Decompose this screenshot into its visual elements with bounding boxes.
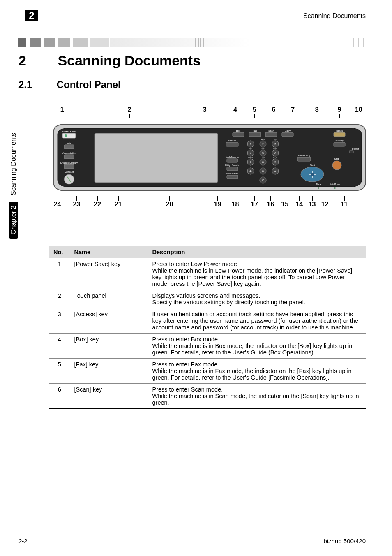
lbl-data: Data xyxy=(316,183,321,185)
svg-text:1: 1 xyxy=(250,143,251,146)
svg-rect-5 xyxy=(64,164,74,169)
cell-no: 4 xyxy=(49,334,70,359)
cell-desc: Press to enter Box mode.While the machin… xyxy=(148,334,366,359)
heading-2-text: Control Panel xyxy=(57,79,121,90)
svg-text:9: 9 xyxy=(274,161,276,164)
svg-point-2 xyxy=(65,134,67,137)
heading-2-number: 2.1 xyxy=(18,79,54,90)
cell-desc: Press to enter Low Power mode.While the … xyxy=(148,258,366,290)
callout-bottom-16: 16 xyxy=(264,201,277,208)
svg-text:✱: ✱ xyxy=(249,170,252,173)
btn-interrupt-label: Interrupt xyxy=(335,139,344,142)
svg-rect-14 xyxy=(349,151,353,153)
svg-rect-10 xyxy=(282,132,293,137)
callout-bottom-22: 22 xyxy=(88,201,107,208)
table-row: 1[Power Save] keyPress to enter Low Powe… xyxy=(49,258,366,290)
svg-text:5: 5 xyxy=(262,152,264,155)
svg-point-57 xyxy=(334,187,336,189)
btn-contrast-label: Contrast xyxy=(65,171,74,173)
callout-bottom-15: 15 xyxy=(277,201,293,208)
footer-model: bizhub 500/420 xyxy=(323,537,366,544)
callout-top-10: 10 xyxy=(347,106,370,114)
callout-bottom-12: 12 xyxy=(318,201,331,208)
th-desc: Description xyxy=(148,246,366,258)
table-row: 6[Scan] keyPress to enter Scan mode.Whil… xyxy=(49,384,366,409)
cell-desc: Press to enter Scan mode.While the machi… xyxy=(148,384,366,409)
cell-desc: Displays various screens and messages.Sp… xyxy=(148,290,366,308)
btn-scan-label: Scan xyxy=(268,130,274,132)
svg-text:WXYZ: WXYZ xyxy=(273,156,278,158)
table-row: 4[Box] keyPress to enter Box mode.While … xyxy=(49,334,366,359)
callout-bottom-19: 19 xyxy=(210,201,226,208)
control-panel-diagram: Power Save Help Accessibility Enlarge Di… xyxy=(49,120,370,194)
heading-1: 2 Scanning Documents xyxy=(18,53,201,69)
btn-help-label: Help xyxy=(67,142,72,144)
svg-rect-50 xyxy=(227,167,238,171)
callout-bottom-18: 18 xyxy=(226,201,245,208)
btn-access-label: Access xyxy=(228,139,236,142)
cell-name: [Fax] key xyxy=(70,359,148,384)
svg-rect-12 xyxy=(226,142,238,146)
cell-no: 1 xyxy=(49,258,70,290)
header-title: Scanning Documents xyxy=(303,12,366,20)
sidebar-chapter: Chapter 2 xyxy=(9,202,18,239)
svg-text:PQRS: PQRS xyxy=(248,156,253,158)
callout-top-7: 7 xyxy=(283,106,302,114)
callout-top-9: 9 xyxy=(331,106,347,114)
lbl-mainpower: Main Power xyxy=(330,183,341,185)
svg-rect-0 xyxy=(95,133,218,183)
svg-text:2: 2 xyxy=(262,143,264,146)
btn-modememory-label: Mode Memory xyxy=(226,156,239,158)
btn-enlarge-label: Enlarge Display xyxy=(60,162,78,164)
cell-name: [Scan] key xyxy=(70,384,148,409)
table-row: 5[Fax] keyPress to enter Fax mode.While … xyxy=(49,359,366,384)
svg-text:#: # xyxy=(274,170,276,173)
cell-name: [Access] key xyxy=(70,308,148,334)
svg-rect-51 xyxy=(227,175,238,179)
footer-page-number: 2-2 xyxy=(18,537,28,544)
header-rule xyxy=(25,23,366,23)
svg-rect-49 xyxy=(227,159,238,162)
th-name: Name xyxy=(70,246,148,258)
heading-1-text: Scanning Documents xyxy=(58,53,201,68)
cell-desc: Press to enter Fax mode.While the machin… xyxy=(148,359,366,384)
svg-rect-9 xyxy=(265,132,277,137)
heading-decoration xyxy=(18,38,366,47)
sidebar-section-title: Scanning Documents xyxy=(9,133,18,199)
svg-text:0: 0 xyxy=(262,170,264,173)
svg-text:TUV: TUV xyxy=(261,156,265,158)
table-row: 2Touch panelDisplays various screens and… xyxy=(49,290,366,308)
callout-top-1: 1 xyxy=(49,106,75,114)
btn-utility-label: Utility / Counter xyxy=(225,164,240,167)
cell-no: 6 xyxy=(49,384,70,409)
cell-no: 2 xyxy=(49,290,70,308)
svg-point-55 xyxy=(311,173,314,176)
svg-text:C: C xyxy=(262,179,264,182)
table-row: 3[Access] keyIf user authentication or a… xyxy=(49,308,366,334)
btn-power-save-label: Power Save xyxy=(62,130,76,133)
svg-text:GHI: GHI xyxy=(249,147,252,149)
svg-text:8: 8 xyxy=(262,161,264,164)
svg-text:6: 6 xyxy=(274,152,276,155)
callout-top-4: 4 xyxy=(226,106,245,114)
cell-no: 3 xyxy=(49,308,70,334)
cell-name: [Power Save] key xyxy=(70,258,148,290)
btn-start-label: Start xyxy=(310,164,315,167)
callout-bottom-20: 20 xyxy=(129,201,210,208)
svg-rect-52 xyxy=(297,157,311,161)
svg-text:MNO: MNO xyxy=(273,147,277,149)
svg-rect-7 xyxy=(233,132,244,137)
callout-top-5: 5 xyxy=(245,106,264,114)
callout-bottom-11: 11 xyxy=(331,201,357,208)
th-no: No. xyxy=(49,246,70,258)
cell-name: [Box] key xyxy=(70,334,148,359)
heading-1-number: 2 xyxy=(18,53,54,69)
svg-rect-1 xyxy=(62,133,76,138)
callout-top-8: 8 xyxy=(302,106,331,114)
cell-desc: If user authentication or account track … xyxy=(148,308,366,334)
btn-copy-label: Copy xyxy=(285,130,291,132)
svg-text:3: 3 xyxy=(274,143,276,146)
control-panel-table: No. Name Description 1[Power Save] keyPr… xyxy=(49,246,366,409)
svg-text:7: 7 xyxy=(250,161,251,164)
callout-bottom-23: 23 xyxy=(65,201,88,208)
